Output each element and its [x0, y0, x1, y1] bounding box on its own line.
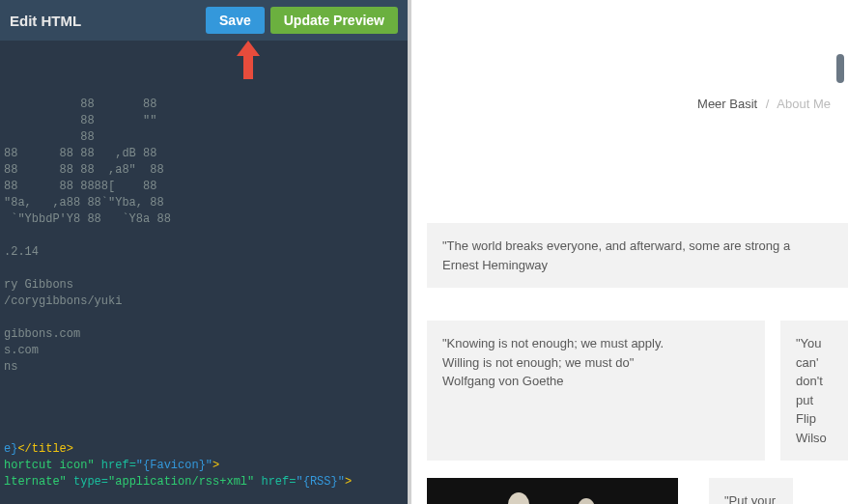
quote-author: Wolfgang von Goethe: [442, 372, 749, 391]
code-line: /corygibbons/yuki: [4, 294, 122, 308]
editor-header: Edit HTML Save Update Preview: [0, 0, 408, 41]
quote-text: Willing is not enough; we must do": [442, 353, 749, 373]
quote-text: "Put your: [724, 491, 777, 504]
editor-scrollbar[interactable]: [836, 54, 844, 83]
code-token: type=: [67, 475, 108, 489]
preview-image: [427, 478, 678, 504]
breadcrumb-name[interactable]: Meer Basit: [697, 97, 757, 111]
quote-text: don't put: [796, 372, 833, 409]
code-line: gibbons.com: [4, 327, 80, 341]
code-token: href=: [95, 459, 136, 472]
editor-panel: Edit HTML Save Update Preview 88 88 88 "…: [0, 0, 408, 504]
code-line: ns: [4, 360, 17, 374]
quote-text: "Knowing is not enough; we must apply.: [442, 334, 749, 353]
code-token: href=: [254, 475, 296, 489]
quote-text: "The world breaks everyone, and afterwar…: [442, 237, 833, 256]
quote-text: "You can': [796, 334, 833, 372]
quote-block: "The world breaks everyone, and afterwar…: [427, 223, 848, 288]
quote-block: "Put your your sma success.": [709, 478, 793, 504]
header-title: Edit HTML: [10, 13, 200, 29]
code-token: </title>: [17, 442, 73, 456]
preview-panel: Meer Basit / About Me "The world breaks …: [411, 0, 848, 504]
code-token: "{RSS}": [296, 475, 344, 489]
quote-author: Flip Wilso: [796, 409, 833, 447]
code-token: hortcut icon: [4, 459, 87, 472]
quote-block: "You can' don't put Flip Wilso: [780, 321, 848, 461]
code-line: s.com: [4, 344, 39, 357]
code-line: ry Gibbons: [4, 278, 73, 292]
breadcrumb-page[interactable]: About Me: [777, 97, 831, 111]
code-token: "{Favicon}": [136, 459, 212, 472]
code-token: >: [212, 459, 219, 472]
code-token: "application/rss+xml": [108, 475, 254, 489]
code-token: lternate: [4, 475, 60, 489]
svg-rect-0: [427, 478, 678, 504]
breadcrumb: Meer Basit / About Me: [411, 0, 848, 111]
arrow-pointer-icon: [237, 41, 260, 79]
code-token: >: [345, 475, 352, 489]
save-button[interactable]: Save: [206, 7, 265, 34]
ascii-art: 88 88 88 "" 88 88 88 88 ,dB 88 88 88 88 …: [4, 98, 171, 226]
quote-block: "Knowing is not enough; we must apply. W…: [427, 321, 765, 461]
code-editor[interactable]: 88 88 88 "" 88 88 88 88 ,dB 88 88 88 88 …: [0, 41, 408, 504]
code-line: .2.14: [4, 245, 39, 259]
breadcrumb-separator: /: [766, 97, 770, 111]
code-token: e}: [4, 442, 17, 456]
quote-author: Ernest Hemingway: [442, 256, 833, 275]
update-preview-button[interactable]: Update Preview: [270, 7, 398, 34]
